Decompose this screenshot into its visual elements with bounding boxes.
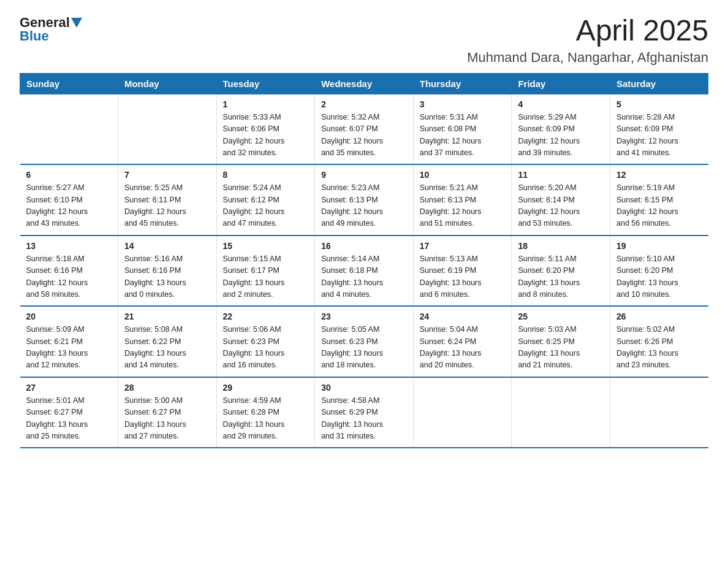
day-number: 26 <box>616 312 702 321</box>
page-subtitle: Muhmand Dara, Nangarhar, Afghanistan <box>467 50 708 66</box>
table-row: 19Sunrise: 5:10 AMSunset: 6:20 PMDayligh… <box>610 236 708 307</box>
day-info: Sunrise: 5:05 AMSunset: 6:23 PMDaylight:… <box>321 324 407 372</box>
day-number: 23 <box>321 312 407 321</box>
calendar-header-row: Sunday Monday Tuesday Wednesday Thursday… <box>20 73 708 94</box>
table-row: 22Sunrise: 5:06 AMSunset: 6:23 PMDayligh… <box>216 306 315 377</box>
day-number: 21 <box>124 312 210 321</box>
calendar-week-row: 20Sunrise: 5:09 AMSunset: 6:21 PMDayligh… <box>20 306 708 377</box>
day-info: Sunrise: 5:31 AMSunset: 6:08 PMDaylight:… <box>420 112 506 159</box>
day-info: Sunrise: 5:19 AMSunset: 6:15 PMDaylight:… <box>616 182 702 230</box>
day-number: 30 <box>321 383 407 393</box>
day-number: 6 <box>26 170 112 180</box>
day-info: Sunrise: 5:06 AMSunset: 6:23 PMDaylight:… <box>223 324 309 372</box>
day-info: Sunrise: 5:10 AMSunset: 6:20 PMDaylight:… <box>616 253 702 301</box>
table-row: 25Sunrise: 5:03 AMSunset: 6:25 PMDayligh… <box>512 306 610 377</box>
day-info: Sunrise: 5:14 AMSunset: 6:18 PMDaylight:… <box>321 253 407 301</box>
table-row: 27Sunrise: 5:01 AMSunset: 6:27 PMDayligh… <box>20 377 118 448</box>
day-info: Sunrise: 5:25 AMSunset: 6:11 PMDaylight:… <box>124 182 210 230</box>
table-row: 12Sunrise: 5:19 AMSunset: 6:15 PMDayligh… <box>610 164 708 236</box>
calendar-week-row: 27Sunrise: 5:01 AMSunset: 6:27 PMDayligh… <box>20 377 708 448</box>
day-info: Sunrise: 5:09 AMSunset: 6:21 PMDaylight:… <box>26 324 112 372</box>
table-row: 26Sunrise: 5:02 AMSunset: 6:26 PMDayligh… <box>610 306 708 377</box>
day-info: Sunrise: 4:58 AMSunset: 6:29 PMDaylight:… <box>321 395 407 443</box>
day-info: Sunrise: 5:11 AMSunset: 6:20 PMDaylight:… <box>518 253 604 301</box>
day-number: 11 <box>518 170 604 180</box>
day-number: 18 <box>518 241 604 251</box>
table-row: 8Sunrise: 5:24 AMSunset: 6:12 PMDaylight… <box>216 164 315 236</box>
page-header: General Blue April 2025 Muhmand Dara, Na… <box>20 15 708 66</box>
day-number: 3 <box>420 99 506 109</box>
day-info: Sunrise: 5:33 AMSunset: 6:06 PMDaylight:… <box>223 112 309 159</box>
table-row <box>610 377 708 448</box>
day-number: 8 <box>223 170 309 180</box>
day-info: Sunrise: 5:28 AMSunset: 6:09 PMDaylight:… <box>616 112 702 159</box>
day-info: Sunrise: 5:04 AMSunset: 6:24 PMDaylight:… <box>420 324 506 372</box>
table-row: 7Sunrise: 5:25 AMSunset: 6:11 PMDaylight… <box>118 164 216 236</box>
table-row: 28Sunrise: 5:00 AMSunset: 6:27 PMDayligh… <box>118 377 216 448</box>
day-number: 14 <box>124 241 210 251</box>
day-info: Sunrise: 5:16 AMSunset: 6:16 PMDaylight:… <box>124 253 210 301</box>
day-info: Sunrise: 5:03 AMSunset: 6:25 PMDaylight:… <box>518 324 604 372</box>
table-row: 11Sunrise: 5:20 AMSunset: 6:14 PMDayligh… <box>512 164 610 236</box>
table-row: 24Sunrise: 5:04 AMSunset: 6:24 PMDayligh… <box>413 306 512 377</box>
day-info: Sunrise: 5:23 AMSunset: 6:13 PMDaylight:… <box>321 182 407 230</box>
table-row: 9Sunrise: 5:23 AMSunset: 6:13 PMDaylight… <box>315 164 414 236</box>
day-info: Sunrise: 5:13 AMSunset: 6:19 PMDaylight:… <box>420 253 506 301</box>
day-number: 15 <box>223 241 309 251</box>
day-number: 24 <box>420 312 506 321</box>
logo: General Blue <box>20 15 82 44</box>
day-number: 29 <box>223 383 309 393</box>
day-info: Sunrise: 4:59 AMSunset: 6:28 PMDaylight:… <box>223 395 309 443</box>
col-thursday: Thursday <box>413 73 512 94</box>
title-block: April 2025 Muhmand Dara, Nangarhar, Afgh… <box>467 15 708 66</box>
table-row: 2Sunrise: 5:32 AMSunset: 6:07 PMDaylight… <box>315 94 414 164</box>
page-title: April 2025 <box>467 15 708 47</box>
table-row: 23Sunrise: 5:05 AMSunset: 6:23 PMDayligh… <box>315 306 414 377</box>
col-tuesday: Tuesday <box>216 73 315 94</box>
day-number: 13 <box>26 241 112 251</box>
table-row: 21Sunrise: 5:08 AMSunset: 6:22 PMDayligh… <box>118 306 216 377</box>
day-number: 25 <box>518 312 604 321</box>
day-number: 28 <box>124 383 210 393</box>
col-friday: Friday <box>512 73 610 94</box>
day-number: 10 <box>420 170 506 180</box>
svg-marker-0 <box>71 18 82 28</box>
table-row: 18Sunrise: 5:11 AMSunset: 6:20 PMDayligh… <box>512 236 610 307</box>
table-row: 1Sunrise: 5:33 AMSunset: 6:06 PMDaylight… <box>216 94 315 164</box>
day-info: Sunrise: 5:15 AMSunset: 6:17 PMDaylight:… <box>223 253 309 301</box>
table-row: 16Sunrise: 5:14 AMSunset: 6:18 PMDayligh… <box>315 236 414 307</box>
table-row: 5Sunrise: 5:28 AMSunset: 6:09 PMDaylight… <box>610 94 708 164</box>
table-row: 6Sunrise: 5:27 AMSunset: 6:10 PMDaylight… <box>20 164 118 236</box>
table-row <box>512 377 610 448</box>
col-wednesday: Wednesday <box>315 73 414 94</box>
logo-triangle-icon <box>71 18 82 28</box>
day-info: Sunrise: 5:20 AMSunset: 6:14 PMDaylight:… <box>518 182 604 230</box>
table-row: 17Sunrise: 5:13 AMSunset: 6:19 PMDayligh… <box>413 236 512 307</box>
table-row: 10Sunrise: 5:21 AMSunset: 6:13 PMDayligh… <box>413 164 512 236</box>
calendar-table: Sunday Monday Tuesday Wednesday Thursday… <box>20 73 708 449</box>
table-row: 30Sunrise: 4:58 AMSunset: 6:29 PMDayligh… <box>315 377 414 448</box>
calendar-week-row: 6Sunrise: 5:27 AMSunset: 6:10 PMDaylight… <box>20 164 708 236</box>
day-number: 16 <box>321 241 407 251</box>
table-row: 3Sunrise: 5:31 AMSunset: 6:08 PMDaylight… <box>413 94 512 164</box>
day-number: 4 <box>518 99 604 109</box>
day-info: Sunrise: 5:08 AMSunset: 6:22 PMDaylight:… <box>124 324 210 372</box>
day-number: 2 <box>321 99 407 109</box>
table-row: 20Sunrise: 5:09 AMSunset: 6:21 PMDayligh… <box>20 306 118 377</box>
day-number: 1 <box>223 99 309 109</box>
day-info: Sunrise: 5:00 AMSunset: 6:27 PMDaylight:… <box>124 395 210 443</box>
col-saturday: Saturday <box>610 73 708 94</box>
logo-text-blue: Blue <box>20 28 49 44</box>
day-number: 7 <box>124 170 210 180</box>
calendar-week-row: 13Sunrise: 5:18 AMSunset: 6:16 PMDayligh… <box>20 236 708 307</box>
day-info: Sunrise: 5:32 AMSunset: 6:07 PMDaylight:… <box>321 112 407 159</box>
table-row <box>20 94 118 164</box>
table-row: 13Sunrise: 5:18 AMSunset: 6:16 PMDayligh… <box>20 236 118 307</box>
day-info: Sunrise: 5:01 AMSunset: 6:27 PMDaylight:… <box>26 395 112 443</box>
calendar-week-row: 1Sunrise: 5:33 AMSunset: 6:06 PMDaylight… <box>20 94 708 164</box>
table-row: 15Sunrise: 5:15 AMSunset: 6:17 PMDayligh… <box>216 236 315 307</box>
table-row <box>118 94 216 164</box>
day-info: Sunrise: 5:27 AMSunset: 6:10 PMDaylight:… <box>26 182 112 230</box>
table-row: 4Sunrise: 5:29 AMSunset: 6:09 PMDaylight… <box>512 94 610 164</box>
day-number: 27 <box>26 383 112 393</box>
